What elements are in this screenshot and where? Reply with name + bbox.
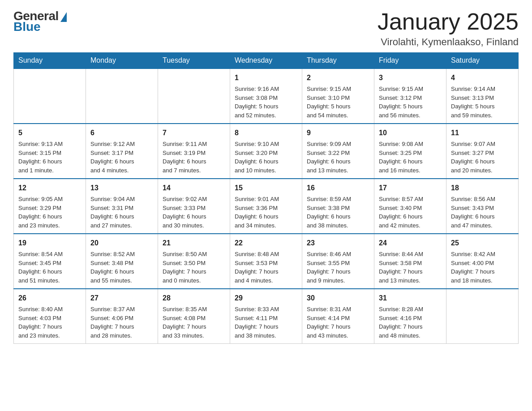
calendar-cell: 11Sunrise: 9:07 AM Sunset: 3:27 PM Dayli…	[446, 124, 519, 179]
day-number: 27	[90, 293, 153, 304]
weekday-header-wednesday: Wednesday	[230, 53, 302, 69]
calendar-cell: 23Sunrise: 8:46 AM Sunset: 3:55 PM Dayli…	[302, 234, 374, 289]
day-number: 15	[235, 183, 297, 193]
day-number: 7	[163, 128, 225, 138]
title-block: January 2025 Virolahti, Kymenlaakso, Fin…	[378, 9, 519, 48]
day-info: Sunrise: 8:42 AM Sunset: 4:00 PM Dayligh…	[451, 250, 514, 285]
calendar-cell: 31Sunrise: 8:28 AM Sunset: 4:16 PM Dayli…	[374, 289, 446, 344]
day-info: Sunrise: 9:02 AM Sunset: 3:33 PM Dayligh…	[163, 195, 225, 230]
day-number: 19	[18, 238, 81, 248]
weekday-header-row: SundayMondayTuesdayWednesdayThursdayFrid…	[14, 53, 519, 69]
page-header: General Blue January 2025 Virolahti, Kym…	[13, 9, 519, 48]
day-number: 12	[18, 183, 81, 193]
day-info: Sunrise: 8:37 AM Sunset: 4:06 PM Dayligh…	[90, 305, 153, 340]
calendar-week-row: 5Sunrise: 9:13 AM Sunset: 3:15 PM Daylig…	[14, 124, 519, 179]
logo-triangle-icon	[60, 12, 67, 22]
weekday-header-friday: Friday	[374, 53, 446, 69]
calendar-week-row: 12Sunrise: 9:05 AM Sunset: 3:29 PM Dayli…	[14, 179, 519, 234]
calendar-cell: 29Sunrise: 8:33 AM Sunset: 4:11 PM Dayli…	[230, 289, 302, 344]
calendar-cell: 6Sunrise: 9:12 AM Sunset: 3:17 PM Daylig…	[86, 124, 158, 179]
day-info: Sunrise: 9:05 AM Sunset: 3:29 PM Dayligh…	[18, 195, 81, 230]
day-info: Sunrise: 9:15 AM Sunset: 3:12 PM Dayligh…	[379, 85, 442, 120]
logo: General Blue	[13, 9, 67, 34]
day-info: Sunrise: 8:54 AM Sunset: 3:45 PM Dayligh…	[18, 250, 81, 285]
day-info: Sunrise: 8:57 AM Sunset: 3:40 PM Dayligh…	[379, 195, 442, 230]
day-info: Sunrise: 8:35 AM Sunset: 4:08 PM Dayligh…	[163, 305, 225, 340]
day-info: Sunrise: 8:44 AM Sunset: 3:58 PM Dayligh…	[379, 250, 442, 285]
calendar-cell: 3Sunrise: 9:15 AM Sunset: 3:12 PM Daylig…	[374, 68, 446, 124]
calendar-cell: 20Sunrise: 8:52 AM Sunset: 3:48 PM Dayli…	[86, 234, 158, 289]
calendar-cell: 12Sunrise: 9:05 AM Sunset: 3:29 PM Dayli…	[14, 179, 86, 234]
calendar-cell: 24Sunrise: 8:44 AM Sunset: 3:58 PM Dayli…	[374, 234, 446, 289]
day-info: Sunrise: 8:48 AM Sunset: 3:53 PM Dayligh…	[235, 250, 297, 285]
calendar-cell: 14Sunrise: 9:02 AM Sunset: 3:33 PM Dayli…	[158, 179, 230, 234]
day-number: 30	[307, 293, 369, 304]
day-number: 25	[451, 238, 514, 248]
day-number: 9	[307, 128, 369, 138]
calendar-cell: 30Sunrise: 8:31 AM Sunset: 4:14 PM Dayli…	[302, 289, 374, 344]
day-number: 20	[90, 238, 153, 248]
day-number: 5	[18, 128, 81, 138]
calendar-cell: 7Sunrise: 9:11 AM Sunset: 3:19 PM Daylig…	[158, 124, 230, 179]
day-number: 14	[163, 183, 225, 193]
day-number: 17	[379, 183, 442, 193]
weekday-header-thursday: Thursday	[302, 53, 374, 69]
weekday-header-tuesday: Tuesday	[158, 53, 230, 69]
day-number: 18	[451, 183, 514, 193]
calendar-cell: 22Sunrise: 8:48 AM Sunset: 3:53 PM Dayli…	[230, 234, 302, 289]
day-info: Sunrise: 8:40 AM Sunset: 4:03 PM Dayligh…	[18, 305, 81, 340]
calendar-cell: 2Sunrise: 9:15 AM Sunset: 3:10 PM Daylig…	[302, 68, 374, 124]
day-info: Sunrise: 9:13 AM Sunset: 3:15 PM Dayligh…	[18, 140, 81, 175]
calendar-cell: 25Sunrise: 8:42 AM Sunset: 4:00 PM Dayli…	[446, 234, 519, 289]
location-subtitle: Virolahti, Kymenlaakso, Finland	[378, 36, 519, 48]
calendar-body: 1Sunrise: 9:16 AM Sunset: 3:08 PM Daylig…	[14, 68, 519, 344]
day-number: 8	[235, 128, 297, 138]
day-number: 26	[18, 293, 81, 304]
day-info: Sunrise: 9:16 AM Sunset: 3:08 PM Dayligh…	[235, 85, 297, 120]
day-info: Sunrise: 8:56 AM Sunset: 3:43 PM Dayligh…	[451, 195, 514, 230]
day-info: Sunrise: 9:07 AM Sunset: 3:27 PM Dayligh…	[451, 140, 514, 175]
calendar-cell: 16Sunrise: 8:59 AM Sunset: 3:38 PM Dayli…	[302, 179, 374, 234]
day-info: Sunrise: 8:28 AM Sunset: 4:16 PM Dayligh…	[379, 305, 442, 340]
month-year-title: January 2025	[378, 9, 519, 34]
day-info: Sunrise: 9:08 AM Sunset: 3:25 PM Dayligh…	[379, 140, 442, 175]
calendar-cell	[14, 68, 86, 124]
day-info: Sunrise: 8:59 AM Sunset: 3:38 PM Dayligh…	[307, 195, 369, 230]
day-number: 4	[451, 73, 514, 83]
day-info: Sunrise: 9:12 AM Sunset: 3:17 PM Dayligh…	[90, 140, 153, 175]
day-number: 23	[307, 238, 369, 248]
calendar-cell	[158, 68, 230, 124]
calendar-cell: 15Sunrise: 9:01 AM Sunset: 3:36 PM Dayli…	[230, 179, 302, 234]
day-number: 16	[307, 183, 369, 193]
calendar-cell: 21Sunrise: 8:50 AM Sunset: 3:50 PM Dayli…	[158, 234, 230, 289]
weekday-header-saturday: Saturday	[446, 53, 519, 69]
day-info: Sunrise: 8:50 AM Sunset: 3:50 PM Dayligh…	[163, 250, 225, 285]
day-info: Sunrise: 8:46 AM Sunset: 3:55 PM Dayligh…	[307, 250, 369, 285]
calendar-week-row: 1Sunrise: 9:16 AM Sunset: 3:08 PM Daylig…	[14, 68, 519, 124]
day-number: 24	[379, 238, 442, 248]
day-info: Sunrise: 9:04 AM Sunset: 3:31 PM Dayligh…	[90, 195, 153, 230]
calendar-cell	[86, 68, 158, 124]
calendar-cell: 8Sunrise: 9:10 AM Sunset: 3:20 PM Daylig…	[230, 124, 302, 179]
calendar-cell: 18Sunrise: 8:56 AM Sunset: 3:43 PM Dayli…	[446, 179, 519, 234]
calendar-table: SundayMondayTuesdayWednesdayThursdayFrid…	[13, 52, 519, 344]
day-number: 28	[163, 293, 225, 304]
day-number: 10	[379, 128, 442, 138]
day-info: Sunrise: 8:52 AM Sunset: 3:48 PM Dayligh…	[90, 250, 153, 285]
day-number: 22	[235, 238, 297, 248]
weekday-header-monday: Monday	[86, 53, 158, 69]
day-number: 6	[90, 128, 153, 138]
day-number: 11	[451, 128, 514, 138]
day-info: Sunrise: 9:10 AM Sunset: 3:20 PM Dayligh…	[235, 140, 297, 175]
day-number: 2	[307, 73, 369, 83]
day-number: 29	[235, 293, 297, 304]
calendar-header: SundayMondayTuesdayWednesdayThursdayFrid…	[14, 53, 519, 69]
day-info: Sunrise: 9:15 AM Sunset: 3:10 PM Dayligh…	[307, 85, 369, 120]
day-info: Sunrise: 8:31 AM Sunset: 4:14 PM Dayligh…	[307, 305, 369, 340]
calendar-cell: 10Sunrise: 9:08 AM Sunset: 3:25 PM Dayli…	[374, 124, 446, 179]
calendar-cell: 1Sunrise: 9:16 AM Sunset: 3:08 PM Daylig…	[230, 68, 302, 124]
day-info: Sunrise: 9:14 AM Sunset: 3:13 PM Dayligh…	[451, 85, 514, 120]
calendar-cell: 26Sunrise: 8:40 AM Sunset: 4:03 PM Dayli…	[14, 289, 86, 344]
day-info: Sunrise: 9:09 AM Sunset: 3:22 PM Dayligh…	[307, 140, 369, 175]
calendar-cell: 9Sunrise: 9:09 AM Sunset: 3:22 PM Daylig…	[302, 124, 374, 179]
